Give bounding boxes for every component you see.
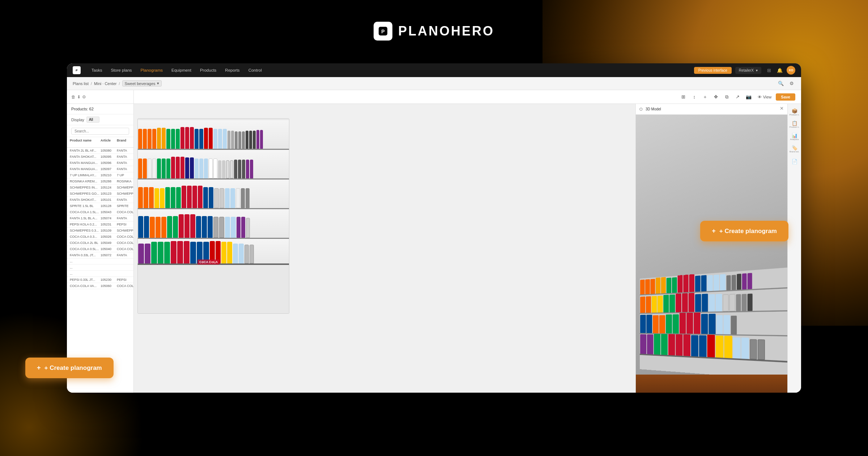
table-row[interactable]: FANTA MANGUA... 105097 FANTA — [67, 166, 133, 172]
coca-cola-label: CoCA CoLA [197, 259, 220, 265]
table-row[interactable]: ... 11 [67, 271, 133, 277]
table-row[interactable]: COCA-COLA 0.5L... 105040 COCA COLA 103 [67, 246, 133, 252]
products-list: FANTA 2L BL AF... 105080 FANTA 12 FANTA … [67, 148, 133, 289]
breadcrumb: Plans list / Mini · Center / Sweet bever… [73, 80, 162, 86]
table-row[interactable]: FANTA SHOKAT... 105101 FANTA — [67, 197, 133, 203]
search-icon[interactable]: 🔍 [776, 80, 785, 87]
nav-tasks[interactable]: Tasks [88, 67, 106, 74]
table-row[interactable]: FANTA 0.33L JT... 105072 FANTA 16 [67, 252, 133, 258]
right-sidebar-product-n-1[interactable]: 📦 Product n. [789, 107, 800, 118]
search-input[interactable] [71, 128, 129, 135]
table-row[interactable]: COCA-COLA 2L BL 105049 COCA COLA 58 [67, 240, 133, 246]
table-row[interactable]: ... 27 [67, 265, 133, 271]
view-button[interactable]: 👁 View [755, 94, 775, 100]
box-icon: 📦 [792, 108, 797, 114]
table-row[interactable]: ROSINKA KREM... 105288 ROSINKA 16 [67, 178, 133, 185]
right-sidebar-brand[interactable]: 🏷️ Brand exi. [789, 144, 800, 155]
plus-icon[interactable]: ＋ [701, 92, 710, 102]
right-sidebar: 📦 Product n. 📋 Product n. 📊 Analytics 🏷️… [787, 104, 801, 393]
col-brand: Brand [117, 139, 133, 146]
create-planogram-right-button[interactable]: + + Create planogram [700, 221, 788, 241]
grid-view-icon[interactable]: ⊞ [679, 92, 688, 102]
breadcrumb-plans-list[interactable]: Plans list [73, 81, 89, 86]
nav-store-plans[interactable]: Store plans [107, 67, 135, 74]
nav-icons: ⊞ 🔔 XO [765, 66, 795, 75]
planogram-area: CoCA CoLA [134, 104, 635, 393]
table-row[interactable]: FANTA 1.5L BL A... 105074 FANTA 19 [67, 215, 133, 221]
products-header: Products: 62 [67, 104, 133, 114]
share-icon[interactable]: ↗ [733, 92, 743, 102]
products-table: Product name Article Brand Stock qty ⋮ F… [67, 137, 133, 393]
display-label: Display [71, 118, 84, 122]
logo-text: PLANOHERO [398, 24, 494, 39]
sidebar-controls: 🗑 ⬇ ⚙ [71, 94, 86, 100]
bell-icon[interactable]: 🔔 [776, 66, 784, 74]
products-sidebar: Products: 62 Display All Product name Ar… [67, 104, 134, 393]
svg-text:P: P [381, 29, 384, 34]
document-icon: 📄 [792, 159, 797, 164]
toolbar-tools: ⊞ ↕ ＋ ✥ ⧉ ↗ 📷 👁 View Save [679, 92, 795, 102]
retailer-dropdown[interactable]: RetailerX ▾ [735, 67, 761, 74]
previous-interface-button[interactable]: Previous interface [694, 67, 732, 74]
3d-model-header: ⬡ 3D Model ✕ [636, 104, 787, 115]
table-row[interactable]: FANTA SHOKAT... 105095 FANTA — [67, 154, 133, 160]
sub-nav-right: 🔍 ⚙ [776, 80, 795, 87]
col-name: Product name [70, 139, 101, 146]
grid-icon[interactable]: ⊞ [765, 66, 773, 74]
main-content: Products: 62 Display All Product name Ar… [67, 104, 801, 393]
table-row[interactable]: COCA-COLA VA... 105060 COCA COLA 30 [67, 283, 133, 289]
settings-icon[interactable]: ⚙ [788, 80, 795, 87]
arrow-icon[interactable]: ↕ [690, 92, 699, 102]
table-row[interactable]: COCA-COLA 1.5L... 105043 COCA COLA 41 [67, 209, 133, 215]
nav-equipment[interactable]: Equipment [168, 67, 195, 74]
table-row[interactable]: SPRITE 1.5L BL 105128 SPRITE — [67, 203, 133, 209]
planogram-view[interactable]: CoCA CoLA [137, 118, 289, 314]
delete-icon[interactable]: 🗑 [71, 94, 76, 100]
create-planogram-left-button[interactable]: + + Create planogram [25, 358, 114, 378]
table-row[interactable]: COCA-COLA 0.3... 105026 COCA COLA 42 [67, 234, 133, 240]
tag-icon: 🏷️ [792, 145, 797, 151]
3d-model-view [636, 115, 787, 393]
table-row[interactable]: SCHWEPPES GO... 105123 SCHWEPPES — [67, 191, 133, 197]
config-icon[interactable]: ⚙ [82, 94, 86, 100]
table-row[interactable]: ... 15 [67, 258, 133, 265]
products-count: Products: 62 [71, 107, 94, 111]
nav-logo-icon: P [73, 66, 81, 74]
plus-icon-right: + [712, 227, 716, 235]
nav-reports[interactable]: Reports [221, 67, 243, 74]
download-icon[interactable]: ⬇ [77, 94, 81, 100]
avatar[interactable]: XO [787, 66, 795, 75]
right-sidebar-product-n-2[interactable]: 📋 Product n. [789, 119, 800, 130]
analytics-icon: 📊 [792, 133, 797, 138]
table-row[interactable]: SCHWEPPES 0.3... 105109 SCHWEPPES — [67, 228, 133, 234]
right-sidebar-document[interactable]: 📄 [789, 156, 800, 167]
table-row[interactable]: PEPSI 0.33L JT... 105230 PEPSI 19 [67, 277, 133, 283]
table-row[interactable]: 7 UP LIMMALAY... 105210 7 UP 16 [67, 172, 133, 178]
table-row[interactable]: FANTA 2L BL AF... 105080 FANTA 12 [67, 148, 133, 154]
shelf-row-2 [138, 150, 289, 180]
shelf-row-1 [138, 120, 289, 150]
camera-icon[interactable]: 📷 [744, 92, 753, 102]
copy-icon[interactable]: ⧉ [722, 92, 732, 102]
right-sidebar-analytics[interactable]: 📊 Analytics [789, 131, 800, 142]
nav-right: Previous interface RetailerX ▾ ⊞ 🔔 XO [694, 66, 795, 75]
table-row[interactable]: PEPSI KOLA 0.2... 105231 PEPSI — [67, 221, 133, 228]
3d-model-close[interactable]: ✕ [780, 106, 784, 111]
nav-planograms[interactable]: Planograms [137, 67, 166, 74]
cube-icon: ⬡ [639, 107, 643, 111]
eye-icon: 👁 [758, 95, 762, 99]
breadcrumb-sweet-beverages[interactable]: Sweet beverages ▾ [122, 80, 162, 86]
save-button[interactable]: Save [776, 93, 795, 101]
toolbar-nav: 🗑 ⬇ ⚙ ⊞ ↕ ＋ ✥ ⧉ ↗ 📷 👁 View Save [67, 90, 801, 104]
shelf-row-3 [138, 180, 289, 209]
breadcrumb-mini-center[interactable]: Mini · Center [94, 81, 116, 86]
search-row[interactable] [67, 125, 133, 137]
list-icon: 📋 [792, 121, 797, 126]
table-row[interactable]: SCHWEPPES IN... 105124 SCHWEPPES — [67, 185, 133, 191]
table-row[interactable]: FANTA MANGUA... 105096 FANTA — [67, 160, 133, 166]
nav-products[interactable]: Products [196, 67, 220, 74]
display-select[interactable]: All [86, 117, 99, 123]
nav-control[interactable]: Control [245, 67, 265, 74]
drag-icon[interactable]: ✥ [711, 92, 721, 102]
display-row: Display All [67, 114, 133, 125]
